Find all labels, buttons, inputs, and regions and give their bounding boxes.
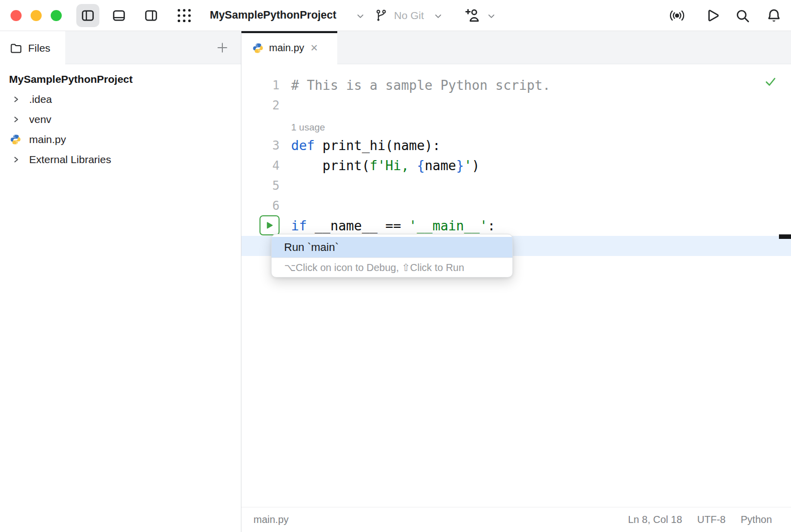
close-tab-icon[interactable]: ✕ bbox=[310, 43, 318, 53]
notifications-button[interactable] bbox=[765, 7, 782, 24]
code-text: if __name__ == '__main__': bbox=[291, 218, 495, 233]
pycharm-window: MySamplePythonProject No Git bbox=[0, 0, 791, 532]
tree-item-label: External Libraries bbox=[29, 154, 111, 166]
toggle-bottom-panel-button[interactable] bbox=[107, 4, 130, 27]
code-lines: 1# This is a sample Python script.21 usa… bbox=[241, 75, 791, 236]
tree-item-label: venv bbox=[29, 113, 51, 125]
run-context-popup: Run `main` ⌥Click on icon to Debug, ⇧Cli… bbox=[271, 234, 513, 278]
tree-item-venv[interactable]: venv bbox=[0, 109, 241, 129]
tree-root-label[interactable]: MySamplePythonProject bbox=[0, 69, 241, 89]
line-number: 1 bbox=[241, 78, 280, 92]
project-name-widget[interactable]: MySamplePythonProject bbox=[210, 0, 336, 31]
code-line[interactable]: 2 bbox=[241, 95, 791, 115]
popup-hint-text: ⌥Click on icon to Debug, ⇧Click to Run bbox=[272, 257, 512, 277]
run-button[interactable] bbox=[703, 7, 720, 24]
code-text: def print_hi(name): bbox=[291, 138, 440, 153]
code-line[interactable]: 5 bbox=[241, 176, 791, 196]
main-toolbar: MySamplePythonProject No Git bbox=[0, 0, 791, 31]
code-text: # This is a sample Python script. bbox=[291, 78, 551, 93]
tree-item-label: main.py bbox=[29, 134, 66, 146]
play-icon bbox=[704, 8, 720, 24]
editor-tabstrip: main.py ✕ bbox=[241, 31, 791, 64]
run-triangle-icon bbox=[265, 221, 274, 230]
tree-item-external-libraries[interactable]: External Libraries bbox=[0, 150, 241, 170]
line-number: 5 bbox=[241, 179, 280, 193]
vcs-chevron-down-icon[interactable] bbox=[433, 11, 443, 21]
code-with-me-button[interactable] bbox=[669, 7, 686, 24]
project-sidebar: Files MySamplePythonProject .idea venv bbox=[0, 31, 241, 532]
code-line[interactable]: 1# This is a sample Python script. bbox=[241, 75, 791, 95]
status-language[interactable]: Python bbox=[741, 514, 772, 525]
share-chevron-down-icon[interactable] bbox=[486, 11, 496, 21]
code-line[interactable]: 4 print(f'Hi, {name}') bbox=[241, 156, 791, 176]
code-editor[interactable]: 1# This is a sample Python script.21 usa… bbox=[241, 64, 791, 507]
toggle-right-panel-button[interactable] bbox=[140, 4, 163, 27]
line-number: 2 bbox=[241, 98, 280, 112]
status-bar: main.py Ln 8, Col 18 UTF-8 Python bbox=[241, 507, 791, 532]
window-close-button[interactable] bbox=[11, 10, 22, 21]
status-encoding[interactable]: UTF-8 bbox=[697, 514, 726, 525]
status-file-name: main.py bbox=[253, 514, 289, 525]
folder-icon bbox=[10, 43, 22, 54]
tool-windows-menu-button[interactable] bbox=[175, 6, 194, 25]
line-number: 6 bbox=[241, 199, 280, 213]
code-line[interactable]: 6 bbox=[241, 196, 791, 216]
gutter-run-button[interactable] bbox=[259, 215, 280, 235]
project-chevron-down-icon[interactable] bbox=[355, 11, 365, 21]
line-number: 4 bbox=[241, 159, 280, 173]
bottom-panel-icon bbox=[112, 9, 126, 23]
line-number: 3 bbox=[241, 139, 280, 153]
window-minimize-button[interactable] bbox=[31, 10, 42, 21]
tree-item-label: .idea bbox=[29, 93, 52, 105]
editor-tab-label: main.py bbox=[269, 42, 304, 54]
window-zoom-button[interactable] bbox=[51, 10, 62, 21]
add-user-icon[interactable] bbox=[463, 8, 482, 24]
bell-icon bbox=[766, 8, 782, 24]
tab-files-label: Files bbox=[28, 42, 50, 54]
tree-item-main-py[interactable]: main.py bbox=[0, 129, 241, 150]
inlay-text: 1 usage bbox=[291, 118, 325, 133]
editor-tab-main-py[interactable]: main.py ✕ bbox=[241, 31, 337, 65]
chevron-right-icon[interactable] bbox=[12, 95, 20, 103]
tab-files[interactable]: Files bbox=[0, 31, 65, 65]
python-file-icon bbox=[252, 43, 263, 54]
right-panel-icon bbox=[144, 9, 158, 23]
sidebar-tabstrip: Files bbox=[0, 31, 241, 64]
code-line[interactable]: 3def print_hi(name): bbox=[241, 136, 791, 156]
tree-item-idea[interactable]: .idea bbox=[0, 89, 241, 109]
editor-pane: main.py ✕ 1# This is a sample Python scr… bbox=[241, 31, 791, 532]
active-tab-indicator bbox=[241, 31, 337, 33]
project-tree: MySamplePythonProject .idea venv bbox=[0, 65, 241, 170]
search-everywhere-button[interactable] bbox=[734, 7, 751, 24]
code-line[interactable]: if __name__ == '__main__': bbox=[241, 216, 791, 236]
python-file-icon bbox=[10, 134, 21, 145]
git-branch-icon[interactable] bbox=[374, 9, 388, 23]
code-text: print(f'Hi, {name}') bbox=[291, 158, 480, 173]
left-panel-icon bbox=[81, 9, 95, 23]
broadcast-icon bbox=[669, 8, 686, 24]
search-icon bbox=[734, 8, 750, 24]
popup-run-main-item[interactable]: Run `main` bbox=[272, 237, 512, 257]
status-caret-position[interactable]: Ln 8, Col 18 bbox=[628, 514, 682, 525]
add-tab-plus-icon[interactable] bbox=[216, 41, 229, 54]
chevron-right-icon[interactable] bbox=[12, 156, 20, 164]
toggle-left-panel-button[interactable] bbox=[76, 4, 99, 27]
chevron-right-icon[interactable] bbox=[12, 115, 20, 123]
grid-dots-icon bbox=[175, 7, 193, 25]
usage-inlay-hint[interactable]: 1 usage bbox=[241, 115, 791, 136]
vcs-widget[interactable]: No Git bbox=[394, 0, 424, 31]
